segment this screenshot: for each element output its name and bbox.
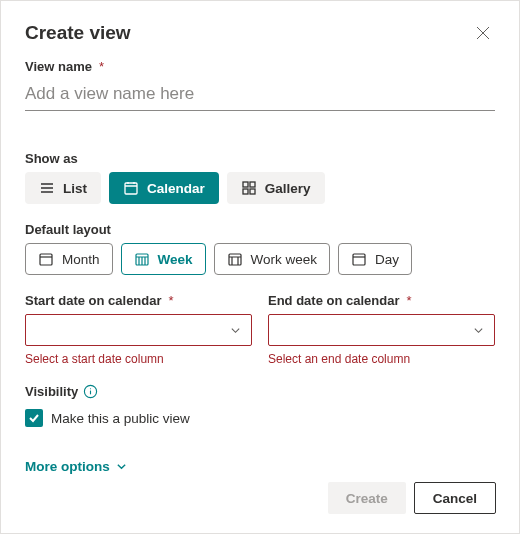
- default-layout-label: Default layout: [25, 222, 495, 237]
- svg-point-10: [90, 388, 91, 389]
- layout-month[interactable]: Month: [25, 243, 113, 275]
- calendar-workweek-icon: [227, 251, 243, 267]
- public-view-label: Make this a public view: [51, 411, 190, 426]
- svg-rect-5: [40, 254, 52, 265]
- end-date-error: Select an end date column: [268, 352, 495, 366]
- chevron-down-icon: [473, 325, 484, 336]
- more-options-button[interactable]: More options: [25, 459, 127, 474]
- chevron-down-icon: [116, 461, 127, 472]
- svg-rect-4: [250, 189, 255, 194]
- svg-rect-8: [353, 254, 365, 265]
- view-name-input[interactable]: [25, 80, 495, 111]
- show-as-list[interactable]: List: [25, 172, 101, 204]
- show-as-gallery[interactable]: Gallery: [227, 172, 325, 204]
- info-icon[interactable]: [83, 384, 98, 399]
- end-date-label: End date on calendar*: [268, 293, 495, 308]
- gallery-icon: [241, 180, 257, 196]
- calendar-month-icon: [38, 251, 54, 267]
- create-button[interactable]: Create: [328, 482, 406, 514]
- svg-rect-0: [125, 183, 137, 194]
- view-name-label: View name*: [25, 59, 495, 74]
- dialog-title: Create view: [25, 22, 131, 44]
- show-as-label: Show as: [25, 151, 495, 166]
- close-icon: [476, 26, 490, 40]
- close-button[interactable]: [471, 21, 495, 45]
- layout-workweek[interactable]: Work week: [214, 243, 331, 275]
- checkmark-icon: [28, 412, 40, 424]
- calendar-week-icon: [134, 251, 150, 267]
- calendar-day-icon: [351, 251, 367, 267]
- list-icon: [39, 180, 55, 196]
- calendar-icon: [123, 180, 139, 196]
- chevron-down-icon: [230, 325, 241, 336]
- start-date-select[interactable]: [25, 314, 252, 346]
- svg-rect-1: [243, 182, 248, 187]
- start-date-error: Select a start date column: [25, 352, 252, 366]
- svg-rect-7: [229, 254, 241, 265]
- show-as-calendar[interactable]: Calendar: [109, 172, 219, 204]
- svg-rect-3: [243, 189, 248, 194]
- layout-week[interactable]: Week: [121, 243, 206, 275]
- svg-rect-2: [250, 182, 255, 187]
- visibility-label: Visibility: [25, 384, 495, 399]
- layout-day[interactable]: Day: [338, 243, 412, 275]
- public-view-checkbox[interactable]: [25, 409, 43, 427]
- cancel-button[interactable]: Cancel: [414, 482, 496, 514]
- end-date-select[interactable]: [268, 314, 495, 346]
- start-date-label: Start date on calendar*: [25, 293, 252, 308]
